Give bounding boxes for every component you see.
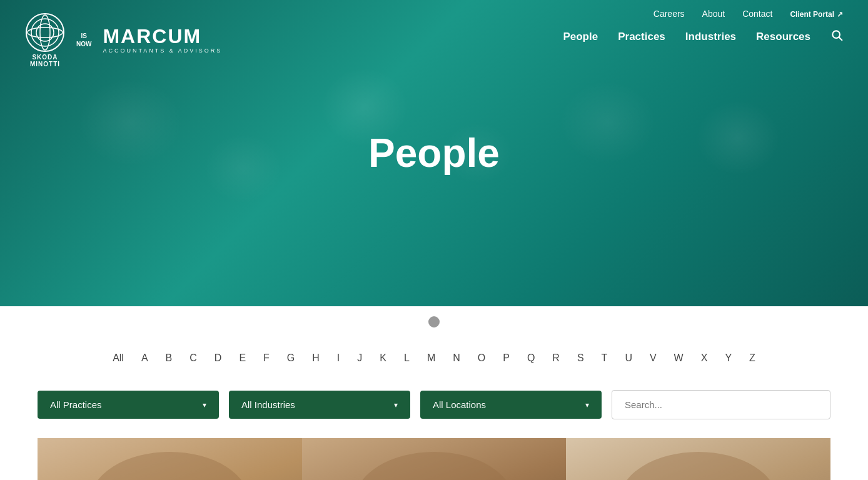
person-card[interactable]	[302, 438, 567, 480]
alphabet-letter-t[interactable]: T	[602, 352, 608, 364]
svg-point-5	[40, 15, 50, 50]
alphabet-letter-v[interactable]: V	[650, 352, 657, 364]
svg-point-6	[28, 28, 63, 38]
alphabet-letter-c[interactable]: C	[189, 352, 197, 364]
search-input[interactable]	[612, 390, 830, 419]
alphabet-letter-x[interactable]: X	[701, 352, 708, 364]
alphabet-letter-h[interactable]: H	[312, 352, 320, 364]
search-filter	[612, 390, 830, 419]
industries-filter: All Industries ▾	[229, 391, 410, 419]
resources-nav-link[interactable]: Resources	[756, 31, 810, 43]
brand1-line2: MINOTTI	[30, 61, 60, 68]
practices-label: All Practices	[50, 399, 102, 410]
alphabet-letter-all[interactable]: All	[113, 352, 124, 364]
alphabet-letter-i[interactable]: I	[337, 352, 340, 364]
scroll-indicator	[0, 306, 868, 346]
scroll-dot	[428, 316, 440, 328]
person-card[interactable]	[566, 438, 830, 480]
brand1-line1: SKODA	[32, 54, 58, 61]
about-link[interactable]: About	[702, 9, 725, 19]
locations-label: All Locations	[433, 399, 486, 410]
svg-point-4	[36, 24, 54, 41]
practices-nav-link[interactable]: Practices	[618, 31, 665, 43]
alphabet-letter-b[interactable]: B	[166, 352, 173, 364]
alphabet-letter-a[interactable]: A	[141, 352, 148, 364]
alphabet-letter-l[interactable]: L	[404, 352, 410, 364]
alphabet-section: AllABCDEFGHIJKLMNOPQRSTUVWXYZ	[0, 346, 868, 390]
industries-label: All Industries	[241, 399, 295, 410]
alphabet-letter-u[interactable]: U	[625, 352, 632, 364]
hero-title: People	[368, 130, 500, 176]
client-portal-link[interactable]: Client Portal ↗	[790, 9, 843, 19]
alphabet-letter-f[interactable]: F	[263, 352, 270, 364]
contact-link[interactable]: Contact	[742, 9, 772, 19]
alphabet-letter-n[interactable]: N	[453, 352, 460, 364]
filter-row: All Practices ▾ All Industries ▾ All Loc…	[0, 390, 868, 438]
alphabet-letter-z[interactable]: Z	[749, 352, 755, 364]
people-nav-link[interactable]: People	[563, 31, 598, 43]
locations-dropdown-button[interactable]: All Locations ▾	[420, 391, 602, 419]
alphabet-letter-j[interactable]: J	[357, 352, 362, 364]
svg-point-3	[31, 19, 59, 46]
external-link-icon: ↗	[837, 10, 843, 19]
industries-dropdown-button[interactable]: All Industries ▾	[229, 391, 410, 419]
alphabet-letter-g[interactable]: G	[287, 352, 295, 364]
marcum-logo: MARCUM ACCOUNTANTS & ADVISORS	[103, 26, 222, 54]
search-nav-button[interactable]	[830, 29, 843, 44]
alphabet-letter-o[interactable]: O	[478, 352, 485, 364]
site-logo[interactable]: SKODA MINOTTI IS NOW MARCUM ACCOUNTANTS …	[25, 12, 222, 68]
alphabet-row: AllABCDEFGHIJKLMNOPQRSTUVWXYZ	[38, 352, 830, 364]
practices-chevron-icon: ▾	[203, 401, 206, 409]
alphabet-letter-m[interactable]: M	[427, 352, 435, 364]
industries-chevron-icon: ▾	[394, 401, 398, 409]
practices-filter: All Practices ▾	[38, 391, 219, 419]
alphabet-letter-w[interactable]: W	[674, 352, 684, 364]
alphabet-letter-d[interactable]: D	[214, 352, 222, 364]
locations-filter: All Locations ▾	[420, 391, 602, 419]
person-image-placeholder	[91, 452, 250, 480]
alphabet-letter-q[interactable]: Q	[527, 352, 535, 364]
alphabet-letter-e[interactable]: E	[239, 352, 246, 364]
alphabet-letter-s[interactable]: S	[577, 352, 584, 364]
skoda-minotti-logo-icon	[25, 12, 65, 52]
svg-line-1	[839, 38, 842, 41]
svg-point-2	[26, 14, 64, 51]
people-grid	[0, 438, 868, 480]
person-card[interactable]	[38, 438, 302, 480]
industries-nav-link[interactable]: Industries	[685, 31, 736, 43]
locations-chevron-icon: ▾	[585, 401, 589, 409]
alphabet-letter-y[interactable]: Y	[725, 352, 732, 364]
practices-dropdown-button[interactable]: All Practices ▾	[38, 391, 219, 419]
alphabet-letter-k[interactable]: K	[380, 352, 386, 364]
person-image-placeholder	[355, 452, 513, 480]
careers-link[interactable]: Careers	[654, 9, 685, 19]
is-now-label: IS NOW	[71, 32, 96, 48]
person-image-placeholder	[619, 452, 778, 480]
alphabet-letter-r[interactable]: R	[552, 352, 560, 364]
alphabet-letter-p[interactable]: P	[503, 352, 510, 364]
